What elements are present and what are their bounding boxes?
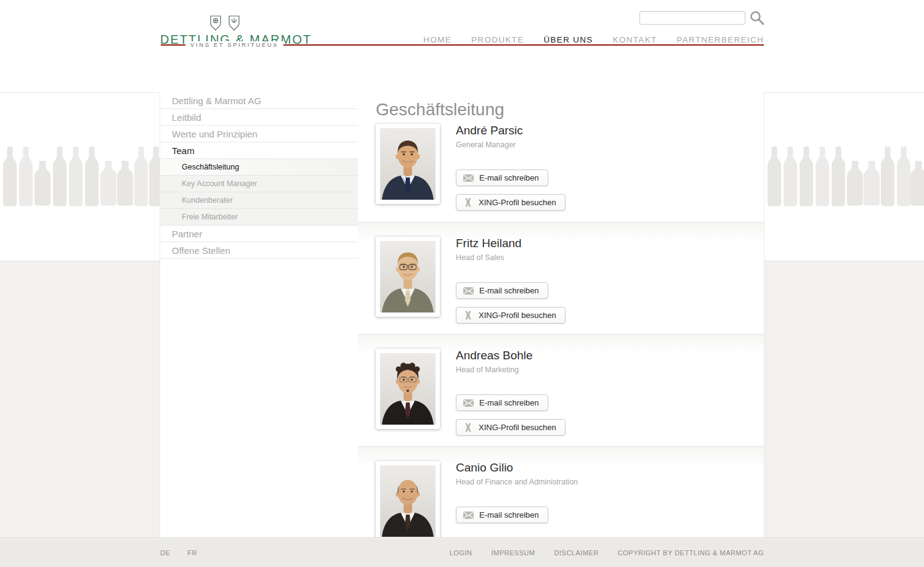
sidebar-nav: Dettling & Marmot AG Leitbild Werte und …: [160, 92, 358, 259]
sidebar-item-team[interactable]: Team: [160, 142, 358, 159]
xing-button-label: XING-Profil besuchen: [479, 423, 556, 432]
page: DETTLING & MARMOT VINS ET SPIRITUEUX HOM…: [0, 0, 924, 567]
portrait-andre-parsic: [376, 124, 440, 204]
portrait-fritz-heiland: [376, 237, 440, 317]
email-icon: [463, 399, 474, 407]
nav-item-home[interactable]: HOME: [423, 35, 452, 44]
sidebar-item-freie-mitarbeiter[interactable]: Freie Mitarbeiter: [160, 209, 358, 226]
xing-icon: [463, 423, 473, 432]
xing-button-label: XING-Profil besuchen: [479, 198, 556, 207]
main-content: Geschäftsleitung: [358, 92, 764, 567]
page-title: Geschäftsleitung: [376, 100, 764, 120]
action-buttons: E-mail schreiben XING-Profil besuchen: [456, 169, 565, 211]
sidebar-item-key-account-manager[interactable]: Key Account Manager: [160, 176, 358, 192]
email-button-label: E-mail schreiben: [479, 173, 539, 182]
sidebar-item-werte-und-prinzipien[interactable]: Werte und Prinzipien: [160, 126, 358, 142]
email-icon: [463, 512, 474, 519]
xing-icon: [463, 198, 473, 207]
email-button[interactable]: E-mail schreiben: [456, 394, 548, 411]
email-button-label: E-mail schreiben: [479, 510, 539, 520]
bottles-watermark-left: [0, 143, 160, 208]
email-icon: [463, 174, 474, 182]
email-icon: [463, 287, 474, 295]
footer-copyright: COPYRIGHT BY DETTLING & MARMOT AG: [618, 549, 764, 557]
footer-lang-de[interactable]: DE: [160, 549, 170, 557]
left-margin-panel: [0, 261, 160, 537]
nav-item-kontakt[interactable]: KONTAKT: [613, 35, 657, 44]
nav-item-partnerbereich[interactable]: PARTNERBEREICH: [677, 35, 764, 44]
email-button[interactable]: E-mail schreiben: [456, 507, 548, 523]
person-role: Head of Sales: [456, 253, 565, 262]
team-member-info: Fritz Heiland Head of Sales E-mail schre…: [456, 237, 565, 334]
search-input[interactable]: [639, 11, 745, 25]
xing-icon: [463, 311, 473, 320]
email-button[interactable]: E-mail schreiben: [456, 169, 548, 186]
right-margin-panel: [764, 261, 924, 537]
portrait-andreas-bohle: [376, 349, 440, 429]
sidebar-item-offene-stellen[interactable]: Offene Stellen: [160, 242, 358, 259]
footer-links: LOGIN IMPRESSUM DISCLAIMER COPYRIGHT BY …: [450, 549, 764, 557]
brand-shield-icons: [209, 15, 240, 31]
person-role: Head of Marketing: [456, 365, 565, 374]
xing-button[interactable]: XING-Profil besuchen: [456, 419, 565, 436]
action-buttons: E-mail schreiben XING-Profil besuchen: [456, 282, 565, 324]
team-member-row: Fritz Heiland Head of Sales E-mail schre…: [358, 222, 764, 334]
email-button-label: E-mail schreiben: [479, 286, 539, 295]
person-name: Andreas Bohle: [456, 349, 565, 362]
email-button[interactable]: E-mail schreiben: [456, 282, 548, 299]
xing-button[interactable]: XING-Profil besuchen: [456, 307, 565, 324]
brand-subtitle: VINS ET SPIRITUEUX: [185, 41, 283, 48]
portrait-canio-gilio: [376, 461, 440, 541]
main-nav: HOME PRODUKTE ÜBER UNS KONTAKT PARTNERBE…: [423, 35, 764, 44]
person-name: André Parsic: [456, 124, 565, 137]
xing-button[interactable]: XING-Profil besuchen: [456, 194, 565, 211]
person-name: Fritz Heiland: [456, 237, 565, 250]
email-button-label: E-mail schreiben: [479, 398, 539, 407]
team-member-row: Andreas Bohle Head of Marketing E-mail s…: [358, 334, 764, 446]
search-icon[interactable]: [749, 10, 765, 28]
sidebar-item-geschaeftsleitung[interactable]: Geschäftsleitung: [160, 159, 358, 176]
footer-link-impressum[interactable]: IMPRESSUM: [491, 549, 535, 557]
person-name: Canio Gilio: [456, 461, 578, 475]
content-right-edge: [764, 92, 764, 537]
bottles-watermark-right: [764, 143, 924, 208]
footer-language-switch: DE FR: [160, 549, 197, 557]
action-buttons: E-mail schreiben XING-Profil besuchen: [456, 394, 565, 436]
footer-link-disclaimer[interactable]: DISCLAIMER: [554, 549, 599, 557]
sidebar-item-kundenberater[interactable]: Kundenberater: [160, 192, 358, 209]
team-member-info: André Parsic General Manager E-mail schr…: [456, 124, 565, 222]
footer-lang-fr[interactable]: FR: [187, 549, 197, 557]
sidebar-item-leitbild[interactable]: Leitbild: [160, 109, 358, 126]
xing-button-label: XING-Profil besuchen: [479, 311, 556, 320]
nav-item-ueber-uns[interactable]: ÜBER UNS: [543, 35, 593, 44]
team-member-info: Andreas Bohle Head of Marketing E-mail s…: [456, 349, 565, 446]
footer: DE FR LOGIN IMPRESSUM DISCLAIMER COPYRIG…: [0, 537, 924, 567]
sidebar-item-partner[interactable]: Partner: [160, 226, 358, 242]
person-role: General Manager: [456, 141, 565, 149]
footer-link-login[interactable]: LOGIN: [450, 549, 472, 557]
nav-item-produkte[interactable]: PRODUKTE: [471, 35, 524, 44]
team-member-row: André Parsic General Manager E-mail schr…: [358, 120, 764, 222]
action-buttons: E-mail schreiben: [456, 507, 578, 523]
sidebar-item-dettling-marmot-ag[interactable]: Dettling & Marmot AG: [160, 92, 358, 109]
person-role: Head of Finance and Administration: [456, 478, 578, 486]
